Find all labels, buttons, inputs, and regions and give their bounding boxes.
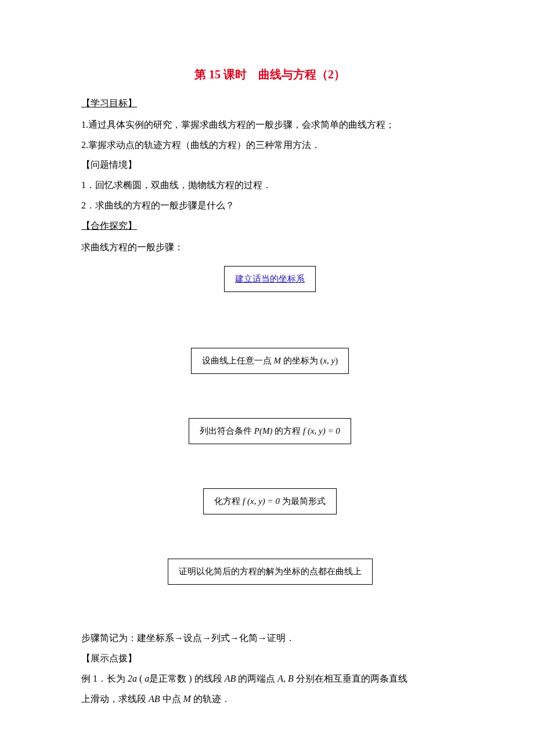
context-item-2: 2．求曲线的方程的一般步骤是什么？ — [81, 197, 459, 214]
ex1-comma: , — [283, 674, 288, 683]
ex1-l2b: 中点 — [160, 694, 183, 704]
flow-step-5: 证明以化简后的方程的解为坐标的点都在曲线上 — [168, 559, 373, 585]
flow-step-4-pre: 化方程 — [214, 496, 243, 506]
ex1-mid2: 是正常数 ) 的线段 — [149, 674, 224, 683]
learning-goals-heading: 【学习目标】 — [81, 95, 459, 112]
flow-step-1-link[interactable]: 建立适当的坐标系 — [235, 274, 305, 283]
flow-step-1: 建立适当的坐标系 — [224, 266, 316, 292]
flowchart: 建立适当的坐标系 设曲线上任意一点 M 的坐标为 (x, y) 列出符合条件 P… — [81, 261, 459, 607]
page: 第 15 课时 曲线与方程（2） 【学习目标】 1.通过具体实例的研究，掌握求曲… — [0, 0, 534, 756]
flow-step-4-post: 为最简形式 — [280, 496, 326, 506]
step-summary: 步骤简记为：建坐标系→设点→列式→化简→证明． — [81, 630, 459, 647]
flow-step-2-post1: 的坐标为 ( — [283, 356, 323, 365]
flow-step-4-fxy: f (x, y) = 0 — [243, 496, 280, 506]
show-heading: 【展示点拨】 — [81, 650, 459, 667]
problem-context-heading: 【问题情境】 — [81, 157, 459, 174]
flow-step-2-post2: ) — [335, 356, 338, 365]
goal-item-1: 1.通过具体实例的研究，掌握求曲线方程的一般步骤，会求简单的曲线方程； — [81, 117, 459, 134]
flow-step-3-pm: P(M) — [254, 426, 273, 435]
cooperation-lead: 求曲线方程的一般步骤： — [81, 239, 459, 256]
ex1-m: M — [183, 694, 191, 704]
ex1-mid1: ( — [137, 674, 145, 683]
ex1-ab: AB — [225, 674, 236, 683]
example-1-line-2: 上滑动，求线段 AB 中点 M 的轨迹． — [81, 691, 459, 708]
ex1-l2a: 上滑动，求线段 — [81, 694, 149, 704]
ex1-b: B — [288, 674, 294, 683]
cooperation-heading: 【合作探究】 — [81, 218, 459, 235]
ex1-ab2: AB — [149, 694, 160, 704]
context-item-1: 1．回忆求椭圆，双曲线，抛物线方程的过程． — [81, 177, 459, 194]
flow-step-4: 化方程 f (x, y) = 0 为最简形式 — [203, 488, 336, 514]
flow-step-3: 列出符合条件 P(M) 的方程 f (x, y) = 0 — [189, 418, 351, 444]
flow-step-2-m: M — [273, 356, 281, 365]
flow-step-3-mid: 的方程 — [273, 426, 304, 435]
example-1-line-1: 例 1．长为 2a ( a是正常数 ) 的线段 AB 的两端点 A, B 分别在… — [81, 671, 459, 687]
flow-step-2: 设曲线上任意一点 M 的坐标为 (x, y) — [191, 348, 349, 374]
flow-step-2-xy: x, y — [323, 356, 335, 365]
ex1-mid3: 的两端点 — [236, 674, 277, 683]
ex1-pre: 例 1．长为 — [81, 674, 128, 683]
flow-step-3-pre: 列出符合条件 — [200, 426, 254, 435]
ex1-l2c: 的轨迹． — [191, 694, 230, 704]
flow-step-2-pre: 设曲线上任意一点 — [202, 356, 272, 365]
ex1-mid4: 分别在相互垂直的两条直线 — [294, 674, 407, 683]
goal-item-2: 2.掌握求动点的轨迹方程（曲线的方程）的三种常用方法． — [81, 137, 459, 154]
ex1-a2: A — [277, 674, 283, 683]
ex1-2a: 2a — [128, 674, 137, 683]
flow-step-3-fxy: f (x, y) = 0 — [303, 426, 340, 435]
page-title: 第 15 课时 曲线与方程（2） — [81, 64, 459, 85]
